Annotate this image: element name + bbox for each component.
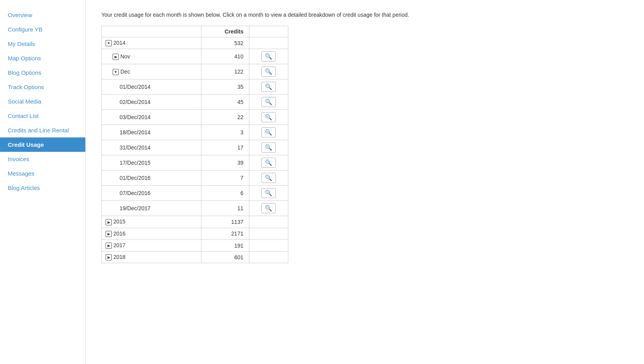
intro-text: Your credit usage for each month is show… [101, 12, 628, 18]
table-row: 01/Dec/201435🔍 [102, 79, 288, 95]
row-action [249, 216, 288, 228]
row-credits: 532 [201, 37, 249, 49]
table-row: 18/Dec/20143🔍 [102, 125, 288, 140]
zoom-button[interactable]: 🔍 [261, 142, 276, 153]
credit-table: Credits 2014532Nov410🔍Dec122🔍01/Dec/2014… [101, 26, 288, 263]
table-row: 20151137 [102, 216, 288, 228]
sidebar-item-contact-list[interactable]: Contact List [0, 109, 85, 123]
sidebar-item-map-options[interactable]: Map Options [0, 51, 85, 65]
row-credits: 39 [201, 155, 249, 171]
table-row: 31/Dec/201417🔍 [102, 140, 288, 155]
collapsed-icon[interactable] [106, 254, 112, 260]
row-action: 🔍 [249, 79, 288, 95]
table-row: Dec122🔍 [102, 64, 288, 79]
main-content: Your credit usage for each month is show… [86, 0, 644, 364]
row-credits: 191 [201, 239, 249, 251]
row-label: Nov [120, 53, 130, 60]
table-row: 01/Dec/20167🔍 [102, 171, 288, 186]
row-action: 🔍 [249, 49, 288, 64]
zoom-button[interactable]: 🔍 [261, 188, 276, 198]
row-credits: 7 [201, 171, 249, 186]
table-row: 07/Dec/20166🔍 [102, 186, 288, 201]
expanded-icon[interactable] [106, 40, 112, 46]
collapsed-icon[interactable] [106, 243, 112, 249]
table-row: 03/Dec/201422🔍 [102, 110, 288, 125]
row-label: 01/Dec/2016 [120, 175, 150, 181]
row-credits: 410 [201, 49, 249, 64]
row-action: 🔍 [249, 64, 288, 79]
zoom-button[interactable]: 🔍 [261, 173, 276, 183]
table-row: 2014532 [102, 37, 288, 49]
zoom-button[interactable]: 🔍 [261, 127, 276, 137]
row-label: 2017 [113, 242, 125, 248]
row-label: 03/Dec/2014 [120, 114, 150, 120]
col-header-credits: Credits [201, 26, 249, 37]
collapsed-icon[interactable] [113, 54, 119, 60]
row-action: 🔍 [249, 201, 288, 216]
row-label: 18/Dec/2014 [120, 129, 150, 135]
row-credits: 35 [201, 79, 249, 95]
zoom-button[interactable]: 🔍 [261, 112, 276, 122]
row-label: 31/Dec/2014 [120, 144, 150, 151]
row-label: 2016 [113, 230, 125, 237]
sidebar-item-credit-usage[interactable]: Credit Usage [0, 137, 85, 152]
zoom-button[interactable]: 🔍 [261, 97, 276, 107]
row-action [249, 228, 288, 239]
row-action: 🔍 [249, 171, 288, 186]
row-credits: 45 [201, 95, 249, 110]
row-action: 🔍 [249, 155, 288, 171]
sidebar-item-blog-options[interactable]: Blog Options [0, 65, 85, 80]
row-credits: 2171 [201, 228, 249, 239]
table-row: 17/Dec/201539🔍 [102, 155, 288, 171]
sidebar-item-my-details[interactable]: My Details [0, 37, 85, 51]
sidebar-item-credits-and-line-rental[interactable]: Credits and Line Rental [0, 123, 85, 137]
sidebar-item-messages[interactable]: Messages [0, 166, 85, 181]
row-action: 🔍 [249, 140, 288, 155]
sidebar-item-social-media[interactable]: Social Media [0, 94, 85, 109]
row-action: 🔍 [249, 110, 288, 125]
zoom-button[interactable]: 🔍 [261, 203, 276, 213]
row-label: 2014 [113, 40, 125, 46]
sidebar-item-invoices[interactable]: Invoices [0, 152, 85, 166]
collapsed-icon[interactable] [106, 219, 112, 225]
row-label: 07/Dec/2016 [120, 190, 150, 196]
table-row: 20162171 [102, 228, 288, 239]
expanded-icon[interactable] [113, 69, 119, 75]
zoom-button[interactable]: 🔍 [261, 67, 276, 77]
row-action: 🔍 [249, 125, 288, 140]
col-header-action [249, 26, 288, 37]
row-credits: 1137 [201, 216, 249, 228]
row-action [249, 37, 288, 49]
zoom-button[interactable]: 🔍 [261, 82, 276, 92]
sidebar-item-overview[interactable]: Overview [0, 8, 85, 22]
row-action: 🔍 [249, 95, 288, 110]
row-action: 🔍 [249, 186, 288, 201]
table-row: 19/Dec/201711🔍 [102, 201, 288, 216]
row-action [249, 251, 288, 263]
row-credits: 601 [201, 251, 249, 263]
row-credits: 22 [201, 110, 249, 125]
sidebar-item-blog-articles[interactable]: Blog Articles [0, 181, 85, 195]
col-header-label [102, 26, 201, 37]
row-credits: 17 [201, 140, 249, 155]
sidebar-item-configure-yb[interactable]: Configure YB [0, 22, 85, 37]
sidebar: OverviewConfigure YBMy DetailsMap Option… [0, 0, 86, 364]
row-label: 01/Dec/2014 [120, 84, 150, 90]
collapsed-icon[interactable] [106, 231, 112, 237]
row-action [249, 239, 288, 251]
row-credits: 122 [201, 64, 249, 79]
zoom-button[interactable]: 🔍 [261, 158, 276, 168]
table-body: 2014532Nov410🔍Dec122🔍01/Dec/201435🔍02/De… [102, 37, 288, 263]
row-label: 02/Dec/2014 [120, 99, 150, 105]
row-label: Dec [120, 69, 130, 75]
sidebar-item-track-options[interactable]: Track Options [0, 80, 85, 94]
row-credits: 6 [201, 186, 249, 201]
row-credits: 3 [201, 125, 249, 140]
zoom-button[interactable]: 🔍 [261, 51, 276, 62]
row-label: 2015 [113, 218, 125, 225]
row-label: 2018 [113, 254, 125, 260]
row-credits: 11 [201, 201, 249, 216]
table-row: 02/Dec/201445🔍 [102, 95, 288, 110]
table-row: 2017191 [102, 239, 288, 251]
table-row: Nov410🔍 [102, 49, 288, 64]
